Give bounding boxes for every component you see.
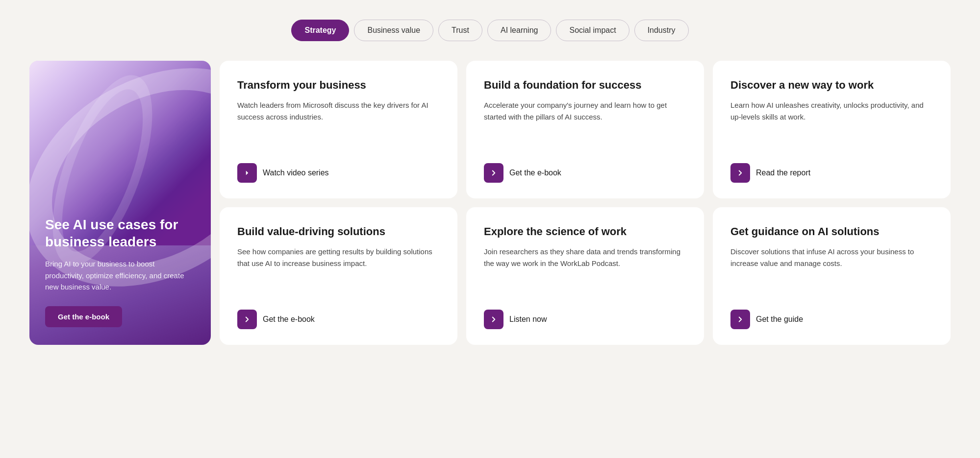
card-4-action-label: Get the e-book (263, 315, 315, 324)
card-3-text: Discover a new way to work Learn how AI … (730, 78, 933, 123)
card-6-action-icon (730, 310, 750, 329)
card-1-action-icon (237, 163, 257, 183)
card-3-action[interactable]: Read the report (730, 163, 933, 183)
tab-strategy[interactable]: Strategy (291, 20, 349, 41)
card-2-action-icon (484, 163, 503, 183)
card-6-action-label: Get the guide (756, 315, 803, 324)
hero-card: See AI use cases for business leaders Br… (29, 61, 211, 345)
chevron-right-icon (489, 315, 498, 324)
card-4-description: See how companies are getting results by… (237, 246, 440, 269)
card-5-action-label: Listen now (509, 315, 547, 324)
card-science-of-work: Explore the science of work Join researc… (466, 207, 704, 345)
card-6-text: Get guidance on AI solutions Discover so… (730, 225, 933, 269)
card-5-title: Explore the science of work (484, 225, 686, 239)
tab-social-impact[interactable]: Social impact (556, 20, 629, 41)
card-guidance-ai-solutions: Get guidance on AI solutions Discover so… (713, 207, 951, 345)
card-3-title: Discover a new way to work (730, 78, 933, 93)
hero-title: See AI use cases for business leaders (45, 216, 195, 250)
card-2-action-label: Get the e-book (509, 169, 561, 177)
chevron-right-icon (243, 169, 251, 177)
card-3-action-icon (730, 163, 750, 183)
tabs-navigation: Strategy Business value Trust AI learnin… (29, 10, 951, 61)
chevron-right-icon (489, 169, 498, 177)
card-5-action[interactable]: Listen now (484, 310, 686, 329)
chevron-right-icon (243, 315, 251, 324)
card-4-action-icon (237, 310, 257, 329)
card-5-action-icon (484, 310, 503, 329)
hero-content: See AI use cases for business leaders Br… (45, 216, 195, 327)
tab-industry[interactable]: Industry (634, 20, 689, 41)
card-6-action[interactable]: Get the guide (730, 310, 933, 329)
card-3-action-label: Read the report (756, 169, 810, 177)
card-foundation-success: Build a foundation for success Accelerat… (466, 61, 704, 198)
card-2-action[interactable]: Get the e-book (484, 163, 686, 183)
card-transform-business: Transform your business Watch leaders fr… (220, 61, 457, 198)
card-1-title: Transform your business (237, 78, 440, 93)
card-6-description: Discover solutions that infuse AI across… (730, 246, 933, 269)
card-5-description: Join researchers as they share data and … (484, 246, 686, 269)
chevron-right-icon (736, 315, 745, 324)
hero-description: Bring AI to your business to boost produ… (45, 258, 195, 292)
content-grid: See AI use cases for business leaders Br… (29, 61, 951, 345)
tab-ai-learning[interactable]: AI learning (487, 20, 552, 41)
card-6-title: Get guidance on AI solutions (730, 225, 933, 239)
card-4-title: Build value-driving solutions (237, 225, 440, 239)
card-2-title: Build a foundation for success (484, 78, 686, 93)
card-1-description: Watch leaders from Microsoft discuss the… (237, 99, 440, 123)
tab-business-value[interactable]: Business value (354, 20, 433, 41)
card-1-action[interactable]: Watch video series (237, 163, 440, 183)
card-1-text: Transform your business Watch leaders fr… (237, 78, 440, 123)
card-1-action-label: Watch video series (263, 169, 329, 177)
card-new-way-work: Discover a new way to work Learn how AI … (713, 61, 951, 198)
card-4-action[interactable]: Get the e-book (237, 310, 440, 329)
card-3-description: Learn how AI unleashes creativity, unloc… (730, 99, 933, 123)
hero-cta-button[interactable]: Get the e-book (45, 306, 122, 327)
card-5-text: Explore the science of work Join researc… (484, 225, 686, 269)
chevron-right-icon (736, 169, 745, 177)
card-4-text: Build value-driving solutions See how co… (237, 225, 440, 269)
card-value-driving-solutions: Build value-driving solutions See how co… (220, 207, 457, 345)
tab-trust[interactable]: Trust (438, 20, 482, 41)
card-2-text: Build a foundation for success Accelerat… (484, 78, 686, 123)
card-2-description: Accelerate your company's journey and le… (484, 99, 686, 123)
